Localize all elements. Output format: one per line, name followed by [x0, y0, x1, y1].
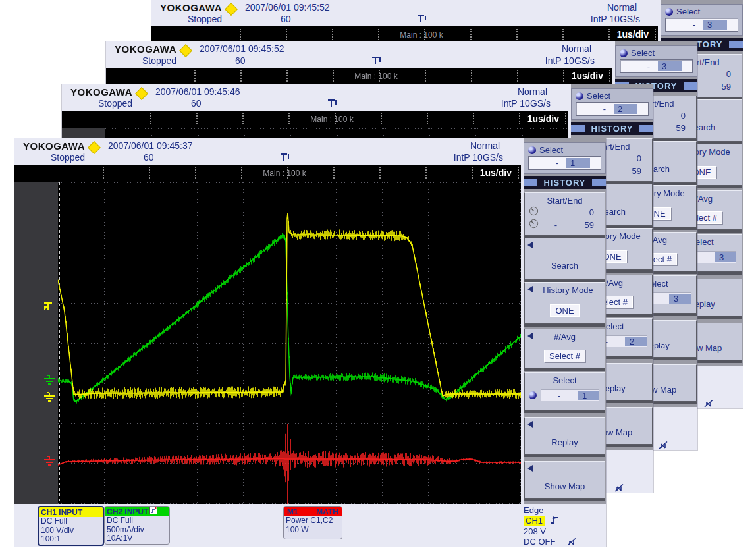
select-popup-label: Select — [587, 91, 610, 101]
window-header: YOKOGAWA 2007/06/01 09:45:37 Normal Stop… — [14, 138, 606, 165]
record-length-label: Main : 100 k — [323, 72, 429, 81]
search-button[interactable]: Search — [524, 238, 605, 280]
select-value-box[interactable]: - 1 — [541, 389, 599, 401]
brand-diamond-icon — [225, 3, 238, 16]
trigger-type: Edge — [524, 505, 606, 516]
sampling-rate: IntP 10GS/s — [454, 152, 503, 163]
select-popup-input[interactable]: - 2 — [576, 102, 649, 116]
history-start-value: 0 — [666, 111, 686, 121]
history-mode-button[interactable]: History Mode ONE — [524, 282, 605, 324]
ch1-scale: 100 V/div — [39, 526, 103, 536]
menu-arrow-icon — [527, 465, 533, 472]
replay-label: Replay — [525, 437, 605, 447]
avg-label: #/Avg — [525, 329, 605, 342]
show-map-label: Show Map — [525, 482, 605, 491]
select-popup-input[interactable]: - 3 — [620, 59, 693, 73]
sampling-rate: IntP 10GS/s — [591, 14, 640, 24]
trigger-position-icon — [327, 99, 339, 111]
select-label: Select — [525, 373, 605, 385]
trigger-source: CH1 — [524, 516, 545, 526]
select-value: 3 — [715, 252, 736, 262]
show-map-button[interactable]: Show Map — [524, 461, 605, 499]
ch2-ground-marker-icon[interactable] — [42, 375, 57, 388]
history-title-cap — [524, 179, 537, 186]
datetime: 2007/06/01 09:45:46 — [155, 86, 240, 97]
menu-title-bar: HISTORY — [571, 122, 653, 135]
acquisition-mode: Normal — [607, 2, 637, 13]
replay-button[interactable]: Replay — [524, 417, 605, 455]
ch2-coupling: DC Full — [105, 516, 169, 526]
timebase-bar: Main : 100 k 1us/div — [14, 165, 521, 182]
knob-sphere-icon[interactable] — [576, 92, 583, 100]
acquisition-count: 60 — [144, 152, 154, 163]
search-label: Search — [525, 261, 605, 271]
ch1-status-box[interactable]: CH1 INPUT DC Full 100 V/div 100:1 — [38, 506, 104, 546]
datetime: 2007/06/01 09:45:52 — [200, 43, 284, 54]
history-title-cap — [592, 179, 606, 186]
rotary-knob-icon[interactable] — [529, 219, 539, 231]
avg-button[interactable]: #/Avg Select # — [524, 329, 605, 368]
select-value: 3 — [669, 294, 691, 304]
history-mode-label: History Mode — [525, 283, 605, 295]
trigger-status[interactable]: Edge CH1 208 V DC OFF — [524, 505, 606, 548]
knob-sphere-icon[interactable] — [665, 8, 673, 16]
ch1-coupling: DC Full — [39, 517, 103, 526]
select-popup-input[interactable]: - 3 — [665, 18, 738, 32]
menu-arrow-icon — [527, 421, 533, 428]
select-value: 2 — [625, 337, 647, 346]
window-header: YOKOGAWA 2007/06/01 09:45:52 Normal Stop… — [106, 41, 697, 68]
history-title-cap — [639, 125, 653, 132]
timebase-bar: Main : 100 k 1us/div — [106, 68, 612, 86]
select-popup-dash: - — [576, 104, 614, 114]
trigger-level-marker-icon[interactable] — [42, 301, 54, 314]
ch2-status-box[interactable]: CH2 INPUT DC Full 500mA/div 10A:1V — [104, 506, 170, 545]
menu-title: HISTORY — [591, 124, 633, 134]
yokogawa-logo: YOKOGAWA — [160, 2, 222, 13]
sampling-rate: IntP 10GS/s — [545, 55, 595, 66]
select-popup-label: Select — [631, 48, 655, 58]
select-popup-input[interactable]: - 1 — [528, 156, 601, 170]
math-title: M1MATH — [284, 507, 342, 516]
history-end-dash: - — [554, 220, 557, 230]
brand-diamond-icon — [179, 44, 192, 57]
select-block[interactable]: Select - 1 — [524, 372, 605, 410]
record-length-label: Main : 100 k — [279, 115, 385, 124]
rotary-knob-icon[interactable] — [529, 206, 539, 218]
acquisition-count: 60 — [235, 55, 246, 66]
history-title-cap — [684, 82, 697, 90]
run-status: Stopped — [142, 55, 176, 66]
active-knob-icon[interactable] — [529, 391, 537, 399]
run-status: Stopped — [188, 14, 222, 24]
trigger-position-icon — [280, 153, 292, 165]
rising-edge-icon — [550, 516, 558, 527]
history-title-cap — [729, 41, 743, 48]
knob-sphere-icon[interactable] — [620, 49, 628, 57]
select-popup: Select - 1 — [524, 142, 606, 174]
datetime: 2007/06/01 09:45:52 — [245, 2, 329, 13]
knob-sphere-icon[interactable] — [528, 146, 536, 154]
menu-arrow-icon — [527, 242, 533, 248]
math-ground-marker-icon[interactable] — [42, 456, 57, 469]
scope-window: YOKOGAWA 2007/06/01 09:45:37 Normal Stop… — [14, 138, 606, 547]
acquisition-count: 60 — [281, 14, 291, 24]
select-popup-value: 1 — [566, 158, 590, 168]
run-status: Stopped — [51, 152, 85, 163]
yokogawa-logo: YOKOGAWA — [115, 43, 176, 55]
screen: YOKOGAWA 2007/06/01 09:45:52 Normal Stop… — [0, 0, 756, 552]
noise-reject-icon — [614, 484, 624, 494]
math-definition: Power C1,C2 — [284, 516, 342, 526]
start-end-block[interactable]: Start/End 0 - 59 — [524, 192, 605, 236]
select-popup-label: Select — [539, 145, 563, 155]
history-end-value: 59 — [711, 82, 731, 92]
ch1-probe: 100:1 — [39, 535, 103, 544]
record-length-label: Main : 100 k — [369, 30, 474, 40]
trigger-position-icon — [417, 14, 429, 27]
yokogawa-logo: YOKOGAWA — [70, 86, 132, 97]
math-status-box[interactable]: M1MATH Power C1,C2 100 W — [283, 506, 342, 539]
history-end-value: 59 — [574, 220, 594, 230]
noise-reject-icon — [704, 400, 714, 410]
soft-menu-column: Select - 1 HISTORY Start/End — [524, 138, 606, 504]
noise-reject-icon — [567, 538, 577, 548]
ch1-ground-marker-icon[interactable] — [42, 392, 57, 405]
select-popup: Select - 3 — [615, 45, 697, 77]
